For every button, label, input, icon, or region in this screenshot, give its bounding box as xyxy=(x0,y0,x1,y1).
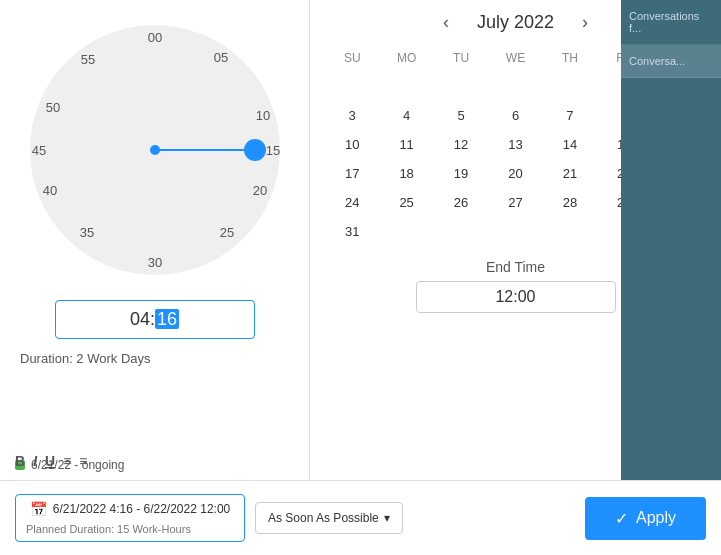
month-title: July 2022 xyxy=(477,12,554,33)
cal-cell-17[interactable]: 17 xyxy=(325,160,379,187)
check-icon: ✓ xyxy=(615,509,628,528)
cal-cell xyxy=(543,218,597,245)
planned-duration-text: Planned Duration: 15 Work-Hours xyxy=(26,523,234,535)
clock-num-50: 50 xyxy=(45,100,59,115)
main-container: 00 05 10 15 20 25 30 35 40 45 xyxy=(0,0,721,555)
clock-container: 00 05 10 15 20 25 30 35 40 45 xyxy=(15,10,295,290)
time-input-container: 04:16 xyxy=(55,300,255,339)
cal-cell xyxy=(434,218,488,245)
ordered-list-button[interactable]: ≡ xyxy=(63,453,71,469)
underline-button[interactable]: U xyxy=(45,453,55,469)
end-time-label: End Time xyxy=(486,259,545,275)
dow-mo: MO xyxy=(379,47,433,69)
cal-cell-13[interactable]: 13 xyxy=(488,131,542,158)
cal-cell-28[interactable]: 28 xyxy=(543,189,597,216)
cal-cell-4[interactable]: 4 xyxy=(379,102,433,129)
clock-num-35: 35 xyxy=(79,225,93,240)
clock-num-30: 30 xyxy=(147,255,161,270)
dow-th: TH xyxy=(543,47,597,69)
cal-cell-25[interactable]: 25 xyxy=(379,189,433,216)
dow-we: WE xyxy=(488,47,542,69)
clock-num-05: 05 xyxy=(213,50,227,65)
time-minutes-highlight: 16 xyxy=(155,309,179,329)
dropdown-label: As Soon As Possible xyxy=(268,511,379,525)
clock-num-20: 20 xyxy=(252,183,266,198)
as-soon-as-possible-dropdown[interactable]: As Soon As Possible ▾ xyxy=(255,502,403,534)
clock-end-dot[interactable] xyxy=(244,139,266,161)
cal-cell-21[interactable]: 21 xyxy=(543,160,597,187)
cal-cell xyxy=(434,73,488,100)
date-range-input[interactable]: 📅 6/21/2022 4:16 - 6/22/2022 12:00 Plann… xyxy=(15,494,245,542)
italic-button[interactable]: I xyxy=(33,453,37,469)
clock-num-00: 00 xyxy=(147,30,161,45)
cal-cell-6[interactable]: 6 xyxy=(488,102,542,129)
clock-num-40: 40 xyxy=(42,183,56,198)
bold-button[interactable]: B xyxy=(15,453,25,469)
formatting-toolbar: B I U ≡ ≡ xyxy=(0,445,102,477)
clock-face: 00 05 10 15 20 25 30 35 40 45 xyxy=(25,20,285,280)
apply-button[interactable]: ✓ Apply xyxy=(585,497,706,540)
cal-cell xyxy=(543,73,597,100)
chevron-down-icon: ▾ xyxy=(384,511,390,525)
unordered-list-button[interactable]: ≡ xyxy=(79,453,87,469)
end-time-value[interactable]: 12:00 xyxy=(416,281,616,313)
cal-cell-10[interactable]: 10 xyxy=(325,131,379,158)
cal-cell-26[interactable]: 26 xyxy=(434,189,488,216)
date-range-text: 6/21/2022 4:16 - 6/22/2022 12:00 xyxy=(53,502,231,516)
cal-cell-7[interactable]: 7 xyxy=(543,102,597,129)
date-range-top: 📅 6/21/2022 4:16 - 6/22/2022 12:00 xyxy=(30,501,231,517)
cal-cell-19[interactable]: 19 xyxy=(434,160,488,187)
clock-center-dot xyxy=(150,145,160,155)
sidebar-item-conversations[interactable]: Conversations f... xyxy=(621,0,721,45)
cal-cell-5[interactable]: 5 xyxy=(434,102,488,129)
cal-cell xyxy=(488,73,542,100)
calendar-icon: 📅 xyxy=(30,501,47,517)
apply-label: Apply xyxy=(636,509,676,527)
cal-cell xyxy=(488,218,542,245)
dow-su: SU xyxy=(325,47,379,69)
prev-month-button[interactable]: ‹ xyxy=(435,10,457,35)
cal-cell xyxy=(379,218,433,245)
clock-num-10: 10 xyxy=(255,108,269,123)
cal-cell-24[interactable]: 24 xyxy=(325,189,379,216)
next-month-button[interactable]: › xyxy=(574,10,596,35)
bottom-bar: 📅 6/21/2022 4:16 - 6/22/2022 12:00 Plann… xyxy=(0,480,721,555)
cal-cell-3[interactable]: 3 xyxy=(325,102,379,129)
time-input[interactable]: 04:16 xyxy=(55,300,255,339)
cal-cell-12[interactable]: 12 xyxy=(434,131,488,158)
sidebar-right: Conversations f... Conversa... xyxy=(621,0,721,480)
cal-cell-20[interactable]: 20 xyxy=(488,160,542,187)
cal-cell-31[interactable]: 31 xyxy=(325,218,379,245)
clock-num-55: 55 xyxy=(80,52,94,67)
cal-cell-27[interactable]: 27 xyxy=(488,189,542,216)
cal-cell-18[interactable]: 18 xyxy=(379,160,433,187)
cal-cell xyxy=(379,73,433,100)
duration-text: Duration: 2 Work Days xyxy=(20,351,151,366)
clock-num-25: 25 xyxy=(219,225,233,240)
dow-tu: TU xyxy=(434,47,488,69)
clock-num-45: 45 xyxy=(31,143,45,158)
cal-cell-14[interactable]: 14 xyxy=(543,131,597,158)
cal-cell xyxy=(325,73,379,100)
cal-cell-11[interactable]: 11 xyxy=(379,131,433,158)
sidebar-item-conversa[interactable]: Conversa... xyxy=(621,45,721,78)
clock-num-15: 15 xyxy=(265,143,279,158)
